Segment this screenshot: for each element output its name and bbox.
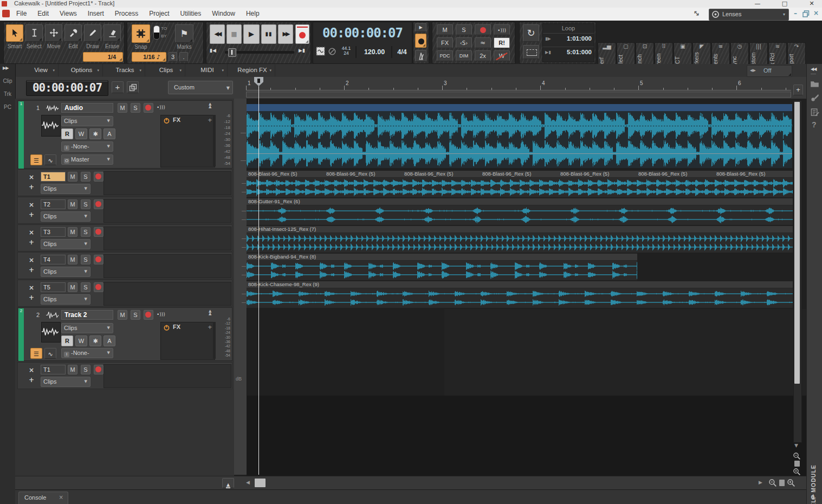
move-tool-button[interactable] (45, 24, 62, 42)
clip-body[interactable] (247, 261, 637, 280)
inspector-tab-clip[interactable]: Clip (0, 78, 15, 84)
lane-arm-button[interactable] (94, 199, 103, 209)
scroll-right-icon[interactable]: ▶ (759, 480, 762, 485)
lane-mute-button[interactable]: M (68, 172, 77, 182)
lane-mute-button[interactable]: M (68, 282, 77, 292)
automation-lanes-button[interactable]: ∿ (44, 348, 56, 359)
erase-tool-button[interactable] (103, 24, 121, 42)
solo-button[interactable]: S (131, 103, 140, 113)
plugins-disabled-icon[interactable] (328, 47, 336, 58)
lane-solo-button[interactable]: S (81, 365, 90, 374)
lenses-dropdown[interactable]: Lenses ▾ (709, 9, 789, 21)
fx-button[interactable]: FX (437, 37, 453, 48)
clip-body[interactable] (715, 178, 793, 197)
mini-play-button[interactable]: ▶ (415, 23, 426, 32)
scroll-left-icon[interactable]: ◀ (246, 480, 250, 485)
lane-name-field[interactable]: T3 (41, 227, 66, 237)
loop-toggle-button[interactable]: ↻ (523, 24, 539, 42)
close-tab-icon[interactable]: × (59, 495, 63, 500)
audio-clip[interactable]: 808-Kick-Bigband-94_Rex (8) (247, 254, 637, 280)
go-to-end-button[interactable]: ▶▮ (299, 48, 305, 53)
scroll-down-icon[interactable]: ▼ (794, 443, 798, 448)
audio-clip[interactable]: 808-Blast-96_Rex (5) (715, 171, 793, 197)
maximize-icon[interactable]: □ (777, 1, 792, 7)
autom-offset-button[interactable]: ✱ (89, 128, 101, 139)
loop-end-time[interactable]: 5:01:000 (554, 49, 592, 55)
take-lanes-button[interactable]: ☰ (30, 348, 42, 359)
exclusive-solo-button[interactable]: ‹S› (456, 37, 472, 48)
audio-clip[interactable]: 808-Blast-96_Rex (5) (481, 171, 559, 197)
autom-autolock-button[interactable]: A (103, 128, 115, 139)
clip-body[interactable] (247, 111, 792, 168)
rewind-button[interactable]: ◀◀ (210, 24, 225, 44)
snap-to-by-toggle[interactable] (153, 25, 160, 40)
metronome-button[interactable] (415, 50, 426, 62)
automation-lanes-button[interactable]: ∿ (44, 154, 56, 165)
track-header-1[interactable]: 1 1 Audio M S •))) ▲▲ Clips▼ FX + RW✱A I… (17, 100, 232, 169)
tv-menu-tracks[interactable]: Tracks▾ (105, 64, 145, 76)
track-name-field[interactable]: Track 2 (61, 310, 113, 320)
inspector-tab-pc[interactable]: PC (0, 104, 15, 110)
autom-read-button[interactable]: R (61, 128, 73, 139)
pdc-button[interactable]: PDC (437, 50, 453, 61)
lane-solo-button[interactable]: S (81, 227, 90, 237)
add-lane-icon[interactable]: + (29, 184, 34, 190)
stop-button[interactable]: ■ (226, 24, 242, 44)
edit-filter-dropdown[interactable]: ◀▶ Off (747, 65, 792, 77)
v-zoom-slider[interactable] (794, 461, 800, 467)
lane-mute-button[interactable]: M (68, 365, 77, 374)
w-button[interactable]: W (494, 50, 510, 61)
lane-clips-dropdown[interactable]: Clips▼ (41, 267, 90, 277)
fast-forward-button[interactable]: ▶▶ (278, 24, 293, 44)
delete-lane-icon[interactable]: × (29, 229, 34, 236)
v-scroll-thumb[interactable] (794, 102, 800, 384)
delete-lane-icon[interactable]: × (29, 202, 34, 208)
tool-resolution-dropdown[interactable]: 1/4 (83, 52, 123, 62)
add-lane-icon[interactable]: + (29, 211, 34, 218)
menu-help[interactable]: Help (241, 8, 265, 21)
lane-name-field[interactable]: T4 (41, 255, 66, 264)
audio-clip-main[interactable] (247, 104, 792, 168)
delete-lane-icon[interactable]: × (29, 367, 34, 373)
fx-bin[interactable]: FX + (160, 115, 215, 167)
lane-clips-dropdown[interactable]: Clips▼ (41, 294, 90, 305)
record-arm-button[interactable] (415, 34, 426, 48)
snap-dot-button[interactable]: . (179, 52, 188, 62)
tv-menu-options[interactable]: Options▾ (61, 64, 103, 76)
media-browser-icon[interactable] (810, 79, 819, 91)
lane-arm-button[interactable] (94, 365, 103, 374)
clip-body[interactable] (247, 288, 793, 308)
menu-project[interactable]: Project (144, 8, 174, 21)
close-icon[interactable]: ✕ (804, 1, 819, 7)
take-lanes-button[interactable]: ☰ (30, 154, 42, 165)
audio-engine-icon[interactable] (315, 46, 326, 59)
audio-clip[interactable]: 808-Blast-96_Rex (5) (559, 171, 637, 197)
menu-utilities[interactable]: Utilities (175, 8, 207, 21)
h-zoom-slider[interactable] (779, 480, 785, 486)
doc-minimize-icon[interactable]: – (791, 10, 800, 17)
duplicate-button[interactable] (127, 81, 139, 93)
draw-tool-button[interactable] (84, 24, 101, 42)
position-slider[interactable] (225, 51, 294, 54)
input-echo-button[interactable]: •))) (494, 24, 510, 35)
clip-header[interactable] (247, 104, 792, 111)
time-ruler[interactable]: 123456 (245, 77, 792, 99)
take-lane-t5[interactable]: ×+T5MSClips▼ (17, 280, 232, 307)
v-scrollbar[interactable] (793, 100, 802, 443)
lane-name-field[interactable]: T1 (41, 172, 66, 182)
autom-write-button[interactable]: W (75, 335, 87, 346)
snap-resolution-dropdown[interactable]: 1/16 ♪ (132, 52, 166, 62)
audio-clip[interactable]: 808-Hihat-Insect-125_Rex (7) (247, 226, 793, 253)
lane-arm-button[interactable] (94, 255, 103, 264)
automation-button[interactable]: ≈ (475, 37, 491, 48)
s-button[interactable]: S (456, 24, 472, 35)
punch-toggle-button[interactable] (523, 45, 539, 59)
add-lane-icon[interactable]: + (29, 294, 34, 301)
now-time-box[interactable]: 00:00:00:07 (26, 80, 108, 96)
clip-body[interactable] (559, 178, 637, 197)
layout-preset-dropdown[interactable]: Custom ▼ (168, 81, 233, 94)
menu-file[interactable]: File (11, 8, 32, 21)
input-dropdown[interactable]: I-None-▼ (61, 141, 113, 152)
lane-clips-dropdown[interactable]: Clips▼ (41, 239, 90, 249)
record-button[interactable] (295, 24, 309, 44)
